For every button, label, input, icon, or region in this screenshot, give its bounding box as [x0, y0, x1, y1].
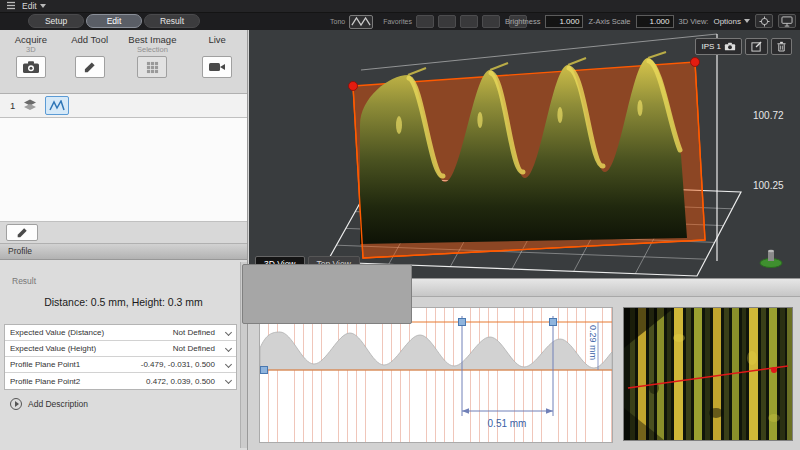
- top-bar: Edit Setup Edit Result Tono Favorites Br…: [0, 0, 800, 30]
- z-scale-top-label: 100.72: [753, 110, 784, 121]
- profile-panel: Result Distance: 0.5 mm, Height: 0.3 mm …: [0, 260, 247, 450]
- brightness-label: Brightness: [505, 17, 540, 26]
- edit-menu[interactable]: Edit: [22, 1, 46, 11]
- acquire-label: Acquire: [15, 34, 47, 45]
- plane-endpoint-handle-left[interactable]: [349, 82, 358, 91]
- add-description-button[interactable]: Add Description: [10, 398, 88, 410]
- favorite-slot-button-2[interactable]: [438, 15, 456, 28]
- tool-list-empty-area: [0, 118, 247, 222]
- handle-left[interactable]: [459, 319, 466, 326]
- annotate-button[interactable]: [745, 38, 768, 55]
- menu-bar: Edit: [0, 0, 800, 13]
- tool-list-row[interactable]: 1: [0, 94, 247, 118]
- chevron-down-icon[interactable]: [225, 345, 232, 352]
- tab-setup[interactable]: Setup: [28, 14, 84, 28]
- best-image-sublabel: Selection: [137, 45, 168, 54]
- row-value: Not Defined: [173, 344, 215, 353]
- grid-icon: [146, 61, 159, 74]
- table-row[interactable]: Profile Plane Point2 0.472, 0.039, 0.500: [5, 373, 236, 389]
- viewport-toolbar: IPS 1: [695, 38, 792, 55]
- handle-baseline[interactable]: [261, 367, 268, 374]
- display-layout-button[interactable]: [778, 14, 796, 28]
- edit-strip: [0, 222, 247, 244]
- profile-section-header[interactable]: Profile: [0, 244, 247, 260]
- row-label: Profile Plane Point1: [10, 360, 141, 369]
- surface-thumbnail[interactable]: [623, 307, 793, 441]
- add-description-label: Add Description: [28, 399, 88, 409]
- profile-chart[interactable]: 0.51 mm 0.29 mm: [259, 307, 613, 443]
- favorite-slot-button-3[interactable]: [460, 15, 478, 28]
- profile-parameters-table: Expected Value (Distance) Not Defined Ex…: [4, 324, 237, 390]
- table-row[interactable]: Profile Plane Point1 -0.479, -0.031, 0.5…: [5, 357, 236, 373]
- live-view-button[interactable]: [202, 56, 232, 78]
- edit-profile-button[interactable]: [6, 224, 38, 241]
- handle-right[interactable]: [550, 319, 557, 326]
- best-image-label: Best Image: [128, 34, 176, 45]
- thumbnail-profile-point[interactable]: [771, 367, 777, 373]
- left-panel: Acquire 3D Add Tool Best Image Selection…: [0, 30, 248, 450]
- orientation-gizmo[interactable]: [760, 250, 782, 268]
- acquisition-toolbar: Acquire 3D Add Tool Best Image Selection…: [0, 30, 247, 94]
- acquire-sublabel: 3D: [26, 45, 36, 54]
- scrollbar-thumb[interactable]: [242, 264, 412, 324]
- camera-icon: [724, 42, 736, 51]
- favorite-slot-button-1[interactable]: [416, 15, 434, 28]
- measurement-result: Distance: 0.5 mm, Height: 0.3 mm: [0, 296, 247, 308]
- ips-capture-button[interactable]: IPS 1: [695, 38, 742, 55]
- plane-endpoint-handle-right[interactable]: [691, 58, 700, 67]
- table-row[interactable]: Expected Value (Height) Not Defined: [5, 341, 236, 357]
- video-camera-icon: [208, 61, 226, 73]
- favorite-slot-button-4[interactable]: [482, 15, 500, 28]
- options-dropdown[interactable]: Options: [713, 17, 750, 26]
- cross-section-area: [260, 332, 612, 370]
- live-label: Live: [208, 34, 225, 45]
- 3d-render: 100.72 100.25: [249, 30, 800, 278]
- hamburger-menu-icon[interactable]: [6, 1, 16, 12]
- trash-icon: [777, 41, 786, 52]
- 3d-viewport[interactable]: 100.72 100.25 IPS 1 3D View Top View: [249, 30, 800, 278]
- row-label: Expected Value (Height): [10, 344, 173, 353]
- pencil-icon: [16, 227, 28, 239]
- table-row[interactable]: Expected Value (Distance) Not Defined: [5, 325, 236, 341]
- profile-plot: 0.51 mm 0.29 mm: [260, 308, 612, 442]
- add-tool-button[interactable]: [75, 56, 105, 78]
- options-label: Options: [713, 17, 741, 26]
- acquire-3d-button[interactable]: [16, 56, 46, 78]
- view-controls: Brightness 1.000 Z-Axis Scale 1.000 3D V…: [505, 13, 796, 29]
- thumbnail-texture: [624, 308, 792, 440]
- result-label: Result: [12, 276, 36, 286]
- caret-down-icon: [40, 4, 46, 8]
- favorites-toolbar: Tono Favorites: [330, 14, 527, 29]
- tab-edit[interactable]: Edit: [86, 14, 142, 28]
- chevron-down-icon[interactable]: [225, 377, 232, 384]
- pencil-icon: [83, 61, 96, 74]
- acquire-column: Acquire 3D: [0, 30, 62, 93]
- row-value: -0.479, -0.031, 0.500: [141, 360, 215, 369]
- edit-menu-label: Edit: [22, 1, 37, 11]
- add-tool-label: Add Tool: [71, 34, 108, 45]
- row-label: Expected Value (Distance): [10, 328, 173, 337]
- zaxis-scale-input[interactable]: 1.000: [636, 15, 674, 28]
- best-image-column: Best Image Selection: [118, 30, 188, 93]
- favorites-label: Favorites: [383, 18, 412, 25]
- profile-tool-icon[interactable]: [45, 96, 69, 115]
- expand-arrow-icon: [10, 398, 22, 410]
- fit-view-button[interactable]: [755, 14, 773, 28]
- tool-index: 1: [10, 100, 15, 111]
- chevron-down-icon[interactable]: [225, 329, 232, 336]
- tono-label: Tono: [330, 18, 345, 25]
- brightness-input[interactable]: 1.000: [545, 15, 583, 28]
- best-image-selection-button[interactable]: [137, 56, 167, 78]
- profile-scrollbar[interactable]: [240, 262, 247, 448]
- mode-tabs: Setup Edit Result: [28, 14, 200, 28]
- distance-dimension: [462, 408, 553, 414]
- layers-icon: [23, 99, 37, 113]
- camera-icon: [22, 60, 40, 74]
- waveform-icon: [351, 16, 371, 27]
- delete-button[interactable]: [771, 38, 792, 55]
- chevron-down-icon[interactable]: [225, 361, 232, 368]
- tab-result[interactable]: Result: [144, 14, 200, 28]
- add-tool-column: Add Tool: [62, 30, 118, 93]
- waveform-toggle-button[interactable]: [349, 15, 373, 29]
- view3d-label: 3D View:: [679, 17, 709, 26]
